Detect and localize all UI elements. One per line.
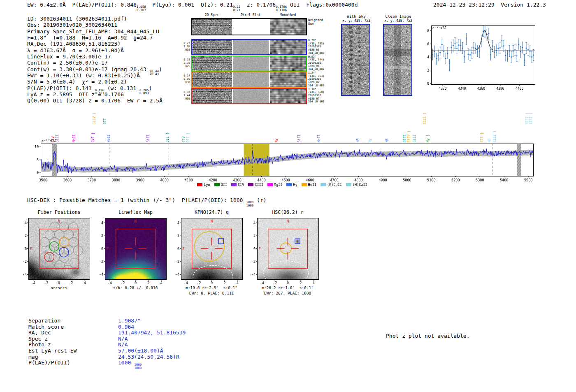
legend-label: CIV — [238, 183, 244, 187]
match-table-row: Spec zN/A — [28, 336, 186, 342]
match-table-label: Separation — [28, 318, 118, 324]
spectrum-line-label: HeII — [317, 135, 321, 142]
legend-swatch — [248, 183, 253, 186]
info-line: Q(0.00) OII (3728) z = 0.1706 EW r = 2.5… — [27, 97, 163, 104]
spectrum-line-label: Hβ — [488, 138, 491, 142]
stacked-fraction: 10001000 — [134, 363, 142, 369]
info-line: Primary Spec_Slot_IFU_AMP: 304_044_045_L… — [27, 28, 163, 35]
with-sky-coords: x, y: 438, 753 — [337, 19, 375, 23]
legend-item: (K)CaII — [321, 183, 342, 187]
cutout-title-kpno-g: KPNO(24.7) g — [181, 209, 242, 215]
legend-label: CIII — [255, 183, 263, 187]
match-table-row: Separation1.9087" — [28, 318, 186, 324]
text-segment: 191.407942, 51.816539 — [118, 329, 186, 336]
weighted-sum-label-line: Sum — [308, 22, 323, 26]
row-pixel-flat-canvas — [233, 89, 269, 103]
legend-label: (H)CaII — [353, 183, 367, 187]
full-spectrum-canvas — [27, 139, 537, 188]
spectrum-line-label: HeII — [107, 135, 111, 142]
match-table-row: mag24.53(24.50,24.56)R — [28, 354, 186, 360]
spectrum-line-label: Hγ } — [426, 135, 430, 142]
row-smoothed-canvas — [270, 89, 306, 103]
info-line: λ = 4363.67Å σ = 2.96(±1.04)Å — [27, 47, 163, 53]
legend-swatch — [231, 183, 237, 186]
weighted-2d-spec-canvas — [192, 19, 232, 35]
text-segment: 0.964 — [118, 324, 134, 330]
text-segment: (w: 0.131 — [104, 85, 139, 91]
spectrum-line-label: OII } — [186, 132, 190, 142]
legend-label: Lyα — [204, 183, 210, 187]
text-segment: ) — [159, 66, 162, 72]
fiber-positions-xlabel: arcsecs — [21, 285, 97, 290]
spectrum-line-label: CII } — [480, 132, 484, 142]
legend-item: Hγ — [286, 183, 297, 187]
info-line: ID: 3002634011 (3002634011.pdf) — [27, 16, 163, 22]
with-sky-canvas — [341, 24, 370, 96]
match-table-label: Est LyA rest-EW — [28, 348, 118, 354]
spectrum-line-label: OIII — [413, 135, 416, 142]
cutout-title-lineflux-map: Lineflux Map — [105, 209, 166, 215]
spectrum-line-label: SiII — [146, 135, 150, 142]
text-segment: Q(0.00) OII (3728) z = 0.1706 EW r = 2.5… — [27, 97, 163, 104]
lineflux-map-caption: s/b: 0.28 +/- 0.016 — [97, 285, 174, 290]
match-table-value: 57.00(±18.00)Å — [118, 348, 163, 354]
legend-item: MgII — [267, 183, 282, 187]
row-smoothed-canvas — [270, 72, 306, 87]
text-segment: N/A — [118, 341, 128, 348]
text-segment: z: 0.1706 — [240, 2, 276, 8]
spec2d-row-annotation: 0.70"(438, 753)20190301v020_03304_LU_083 — [308, 39, 324, 55]
text-segment: 24.53(24.50,24.56)R — [118, 354, 179, 360]
legend-label: MgII — [274, 183, 282, 187]
with-sky-title: With Sky — [337, 14, 375, 19]
legend-label: (K)CaII — [327, 183, 342, 187]
spectrum-line-label: CIV — [51, 137, 55, 142]
legend-swatch — [346, 183, 351, 186]
row-2d-spec-canvas — [192, 89, 232, 103]
stacked-fraction: 0.17060.1706 — [276, 5, 287, 12]
stacked-fraction: 20.4420.43 — [149, 70, 159, 76]
weighted-sum-strip — [191, 18, 307, 35]
spec2d-row-left-labels: 0.101.44050 — [179, 90, 190, 100]
spectrum-line-label: CIII } — [493, 130, 497, 142]
spec2d-row-annotation: 0.82"(438, 744)20190301v020_01304_LU_082 — [308, 56, 324, 72]
legend-item: OII — [214, 183, 227, 187]
text-segment: Obs: 20190301v020_3002634011 — [27, 22, 117, 28]
hsc-r-caption2: EWr: 207. PLAE: 1000 — [249, 291, 326, 295]
text-segment: ) — [149, 85, 152, 91]
cutout-title-hsc-r: HSC(26.2) r — [257, 209, 318, 215]
spec2d-col-header-smoothed: Smoothed — [269, 13, 307, 17]
stacked-fraction: 0.2050.093 — [139, 89, 149, 95]
row-pixel-flat-canvas — [233, 72, 269, 87]
stacked-fraction: 0.210.21 — [233, 5, 240, 12]
text-segment: Primary Spec_Slot_IFU_AMP: 304_044_045_L… — [27, 28, 159, 35]
spectrum-line-label: OVI } — [91, 132, 95, 142]
row-smoothed-canvas — [270, 56, 306, 71]
clean-image-canvas — [383, 24, 412, 96]
row-pixel-flat-canvas — [233, 56, 269, 71]
text-segment: P(Lyα): 0.001 Q(z): 0.21 — [146, 2, 233, 8]
info-line: EWr = 1.10(±0.33) (w: 0.83(±0.25))Å — [27, 72, 163, 79]
text-segment: 57.00(±18.00)Å — [118, 348, 163, 354]
row-smoothed-canvas — [270, 40, 306, 54]
match-table-value: 191.407942, 51.816539 — [118, 329, 186, 336]
spectrum-line-label: SiII — [56, 135, 59, 142]
detection-info-block: ID: 3002634011 (3002634011.pdf)Obs: 2019… — [27, 16, 163, 104]
spectrum-line-label: Hδ — [356, 138, 360, 142]
match-table-value: N/A — [118, 336, 128, 342]
cutout-title-fiber-positions: Fiber Positions — [28, 209, 90, 215]
stacked-fraction: 1.0580.707 — [137, 5, 146, 12]
legend-item: HeII — [302, 183, 316, 187]
text-segment: 1000 — [118, 360, 134, 366]
lineflux-map-canvas — [92, 215, 169, 285]
spectrum-line-label: Hβ — [385, 138, 389, 142]
text-segment: (r) — [253, 197, 266, 203]
match-table-label: mag — [28, 354, 118, 360]
spectrum-line-label: CIII } — [529, 112, 533, 124]
spectrum-line-label: OII — [103, 118, 107, 124]
match-table-value: 24.53(24.50,24.56)R — [118, 354, 179, 360]
spec2d-row — [191, 56, 307, 72]
match-table-row: Est LyA rest-EW57.00(±18.00)Å — [28, 348, 186, 354]
spec2d-col-header-pixelflat: Pixel Flat — [232, 13, 269, 17]
kpno-g-caption: m:19.6 rc:2.9" s:0.1" — [173, 285, 250, 290]
text-segment: EWr = 1.10(±0.33) (w: 0.83(±0.25))Å — [27, 72, 140, 79]
